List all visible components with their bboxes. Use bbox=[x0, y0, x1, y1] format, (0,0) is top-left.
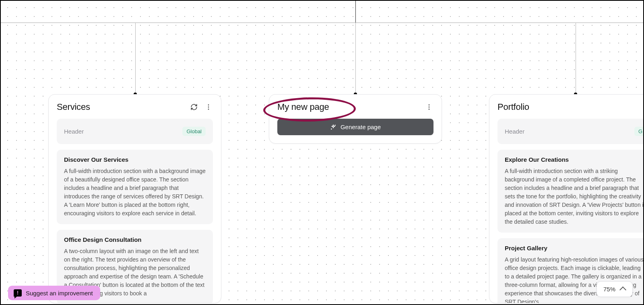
section-title: Discover Our Services bbox=[64, 156, 206, 163]
header-label: Header bbox=[505, 128, 524, 135]
page-card-portfolio[interactable]: Portfolio Header G Explore Our Creations… bbox=[489, 94, 644, 303]
svg-point-0 bbox=[208, 104, 209, 105]
card-actions bbox=[190, 103, 213, 111]
svg-point-7 bbox=[331, 129, 332, 129]
refresh-icon[interactable] bbox=[190, 103, 198, 111]
svg-point-5 bbox=[429, 109, 430, 110]
section-block[interactable]: Discover Our Services A full-width intro… bbox=[57, 150, 213, 224]
card-header-row: My new page bbox=[277, 102, 433, 112]
more-vertical-icon[interactable] bbox=[425, 103, 433, 111]
vertical-guide bbox=[355, 1, 356, 23]
card-title: Portfolio bbox=[497, 102, 529, 112]
header-section-block[interactable]: Header G bbox=[497, 119, 644, 144]
sparkle-icon bbox=[330, 124, 336, 130]
generate-page-label: Generate page bbox=[341, 124, 381, 130]
section-body: A full-width introduction section with a… bbox=[505, 167, 644, 226]
page-card-services[interactable]: Services Header Global Discover Our Serv… bbox=[48, 94, 221, 303]
svg-point-3 bbox=[429, 104, 430, 105]
header-label: Header bbox=[64, 128, 84, 135]
svg-point-4 bbox=[429, 107, 430, 108]
section-title: Project Gallery bbox=[505, 245, 644, 251]
svg-point-2 bbox=[208, 109, 209, 110]
header-section-block[interactable]: Header Global bbox=[57, 119, 213, 144]
zoom-control[interactable]: 75% bbox=[597, 281, 633, 297]
zoom-value: 75% bbox=[603, 286, 615, 293]
global-badge: G bbox=[634, 127, 644, 136]
section-title: Office Design Consultation bbox=[64, 236, 206, 243]
card-header-row: Services bbox=[57, 102, 213, 112]
card-actions bbox=[425, 103, 433, 111]
generate-page-button[interactable]: Generate page bbox=[277, 119, 433, 135]
vertical-guide bbox=[135, 23, 136, 94]
feedback-icon: ! bbox=[14, 289, 22, 297]
vertical-guide bbox=[355, 23, 356, 94]
suggest-improvement-button[interactable]: ! Suggest an improvement bbox=[8, 286, 100, 300]
section-block[interactable]: Explore Our Creations A full-width intro… bbox=[497, 150, 644, 233]
vertical-guide bbox=[576, 23, 576, 94]
svg-point-1 bbox=[208, 107, 209, 108]
section-body: A full-width introduction section with a… bbox=[64, 167, 206, 218]
card-title[interactable]: My new page bbox=[277, 102, 329, 112]
more-vertical-icon[interactable] bbox=[204, 103, 213, 111]
horizontal-guide bbox=[1, 23, 643, 23]
page-card-newpage[interactable]: My new page Generate page bbox=[269, 94, 442, 144]
suggest-label: Suggest an improvement bbox=[26, 290, 93, 297]
svg-point-6 bbox=[335, 125, 335, 125]
card-title: Services bbox=[57, 102, 90, 112]
chevron-up-icon bbox=[619, 286, 626, 293]
section-title: Explore Our Creations bbox=[505, 156, 644, 163]
global-badge: Global bbox=[182, 127, 206, 136]
card-header-row: Portfolio bbox=[497, 102, 644, 112]
